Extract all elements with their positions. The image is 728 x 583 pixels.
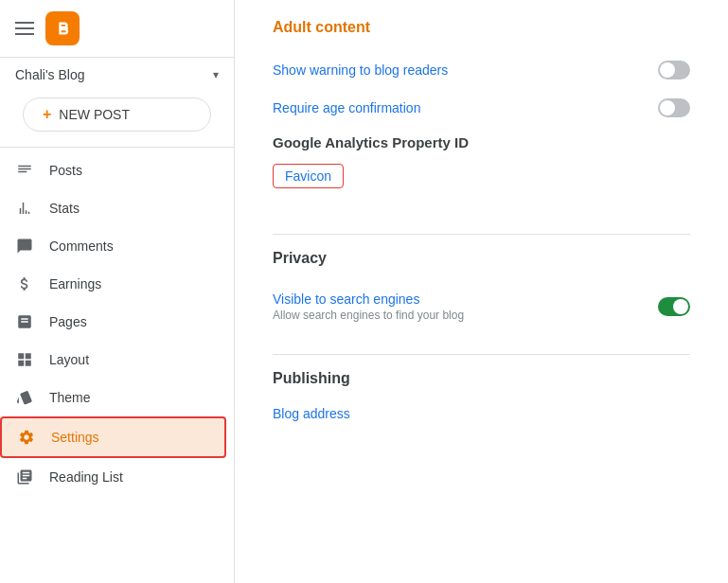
google-analytics-row: Google Analytics Property ID xyxy=(273,127,690,158)
new-post-label: NEW POST xyxy=(59,107,130,122)
pages-icon xyxy=(15,312,34,331)
google-analytics-label: Google Analytics Property ID xyxy=(273,134,690,150)
new-post-button[interactable]: + NEW POST xyxy=(23,97,211,132)
blog-name: Chali's Blog xyxy=(15,67,205,82)
favicon-button[interactable]: Favicon xyxy=(273,164,344,188)
show-warning-row: Show warning to blog readers xyxy=(273,51,690,89)
comments-icon xyxy=(15,237,34,256)
section-divider-2 xyxy=(273,354,690,355)
visible-search-row: Visible to search engines Allow search e… xyxy=(273,282,690,331)
hamburger-icon[interactable] xyxy=(15,22,34,35)
sidebar-item-layout-label: Layout xyxy=(49,352,89,367)
sidebar-item-reading-list[interactable]: Reading List xyxy=(0,458,226,496)
sidebar-item-theme[interactable]: Theme xyxy=(0,379,226,416)
require-age-label: Require age confirmation xyxy=(273,100,420,115)
main-content: Adult content Show warning to blog reade… xyxy=(235,0,728,583)
privacy-section: Privacy Visible to search engines Allow … xyxy=(273,250,690,331)
publishing-section: Publishing Blog address xyxy=(273,370,690,425)
blog-selector[interactable]: Chali's Blog ▾ xyxy=(0,58,234,90)
visible-search-toggle[interactable] xyxy=(658,297,690,316)
require-age-toggle[interactable] xyxy=(658,98,690,117)
section-divider-1 xyxy=(273,234,690,235)
blog-address-label: Blog address xyxy=(273,406,690,421)
show-warning-toggle[interactable] xyxy=(658,61,690,80)
favicon-row: Favicon xyxy=(273,158,690,211)
settings-icon xyxy=(17,428,36,447)
sidebar-item-posts[interactable]: Posts xyxy=(0,151,226,189)
earnings-icon xyxy=(15,274,34,293)
adult-content-section: Adult content Show warning to blog reade… xyxy=(273,19,690,211)
visible-search-label: Visible to search engines xyxy=(273,292,464,307)
visible-search-sublabel: Allow search engines to find your blog xyxy=(273,309,464,322)
stats-icon xyxy=(15,199,34,218)
blogger-logo xyxy=(45,11,80,45)
sidebar-item-pages-label: Pages xyxy=(49,314,87,329)
adult-content-title: Adult content xyxy=(273,19,690,36)
sidebar-item-comments[interactable]: Comments xyxy=(0,227,226,265)
require-age-row: Require age confirmation xyxy=(273,89,690,127)
sidebar-item-settings[interactable]: Settings xyxy=(0,416,226,458)
sidebar-item-stats-label: Stats xyxy=(49,201,80,216)
sidebar: Chali's Blog ▾ + NEW POST Posts Stats Co… xyxy=(0,0,235,583)
sidebar-item-reading-list-label: Reading List xyxy=(49,469,123,485)
sidebar-item-theme-label: Theme xyxy=(49,390,91,405)
theme-icon xyxy=(15,388,34,407)
sidebar-item-settings-label: Settings xyxy=(51,430,99,445)
sidebar-header xyxy=(0,0,234,58)
sidebar-item-earnings[interactable]: Earnings xyxy=(0,265,226,303)
chevron-down-icon: ▾ xyxy=(213,68,219,81)
layout-icon xyxy=(15,350,34,369)
sidebar-item-layout[interactable]: Layout xyxy=(0,341,226,379)
visible-search-info: Visible to search engines Allow search e… xyxy=(273,292,464,322)
blog-address-row: Blog address xyxy=(273,402,690,425)
blogger-b-icon xyxy=(52,18,73,39)
reading-list-icon xyxy=(15,468,34,486)
plus-icon: + xyxy=(43,106,51,123)
sidebar-item-comments-label: Comments xyxy=(49,238,114,254)
sidebar-item-posts-label: Posts xyxy=(49,163,82,178)
publishing-title: Publishing xyxy=(273,370,690,387)
sidebar-item-pages[interactable]: Pages xyxy=(0,303,226,341)
sidebar-divider xyxy=(0,147,234,148)
sidebar-item-earnings-label: Earnings xyxy=(49,276,101,292)
posts-icon xyxy=(15,161,34,180)
privacy-title: Privacy xyxy=(273,250,690,267)
sidebar-item-stats[interactable]: Stats xyxy=(0,189,226,227)
show-warning-label: Show warning to blog readers xyxy=(273,62,448,78)
